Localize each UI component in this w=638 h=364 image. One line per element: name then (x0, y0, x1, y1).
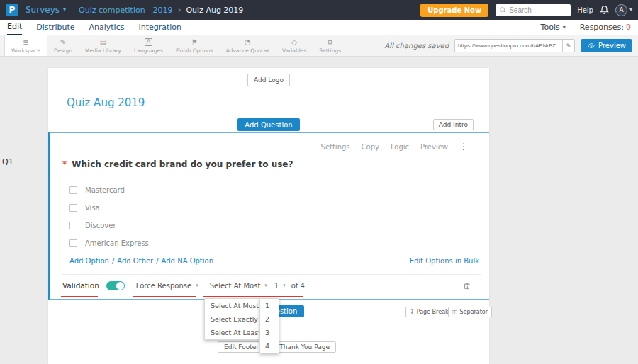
add-question-button-top[interactable]: Add Question (237, 118, 299, 131)
responses-label: Responses: (580, 23, 624, 32)
answer-options: Mastercard Visa Discover American Expres… (62, 186, 481, 248)
page-break-icon: ↧ (410, 309, 415, 315)
questionpro-logo[interactable]: P (6, 4, 18, 16)
logo-row: Add Logo (48, 68, 489, 86)
force-response-dropdown[interactable]: Force Response ▾ (136, 281, 198, 290)
toolbar-item-media-library[interactable]: ▤ Media Library (79, 35, 128, 56)
checkbox[interactable] (69, 204, 77, 212)
selection-rule-value: Select At Most (210, 281, 261, 290)
question-settings-link[interactable]: Settings (321, 142, 350, 152)
toolbar-item-label: Languages (134, 47, 163, 54)
toolbar-item-advance-quotas[interactable]: ◔ Advance Quotas (220, 35, 276, 56)
edit-options-in-bulk-link[interactable]: Edit Options in Bulk (410, 256, 479, 266)
design-icon: ✎ (60, 38, 66, 46)
rule-menu-item[interactable]: Select Exactly (205, 312, 260, 326)
rule-menu-item[interactable]: Select At Least (205, 326, 260, 339)
account-menu[interactable]: A ▾ (615, 4, 632, 16)
checkbox[interactable] (69, 239, 77, 247)
help-link[interactable]: Help (577, 6, 593, 14)
selection-count-dropdown[interactable]: 1 ▾ (274, 281, 286, 290)
validation-row: Validation Force Response ▾ Select At Mo… (62, 274, 481, 292)
survey-title[interactable]: Quiz Aug 2019 (67, 96, 489, 110)
force-response-value: Force Response (136, 281, 191, 290)
responses-count[interactable]: Responses:0 (580, 23, 631, 32)
tab-analytics[interactable]: Analytics (89, 20, 125, 35)
add-logo-button[interactable]: Add Logo (247, 74, 290, 86)
rule-menu-item[interactable]: Select At Most (205, 299, 260, 312)
toolbar-item-variables[interactable]: ◇ Variables (276, 35, 313, 56)
topbar: P Surveys ▾ Quiz competition - 2019 › Qu… (0, 0, 638, 20)
toolbar-item-label: Settings (319, 47, 341, 54)
question-preview-link[interactable]: Preview (420, 142, 448, 152)
search-box[interactable] (496, 4, 571, 16)
pencil-icon: ✎ (566, 42, 571, 50)
preview-label: Preview (598, 42, 626, 50)
question-text-underline (62, 174, 481, 174)
selection-rule-menu: Select At Most Select Exactly Select At … (204, 298, 261, 340)
delete-question-icon[interactable] (463, 282, 471, 290)
required-asterisk: * (62, 159, 67, 170)
add-other-link[interactable]: Add Other (117, 256, 153, 266)
question-logic-link[interactable]: Logic (391, 142, 409, 152)
add-option-link[interactable]: Add Option (69, 256, 109, 266)
separator-button[interactable]: ◫ Separator (448, 307, 492, 317)
finish-options-icon: ⚑ (191, 38, 198, 46)
questionpro-app: P Surveys ▾ Quiz competition - 2019 › Qu… (0, 0, 638, 364)
toolbar-right: All changes saved ✎ Preview (385, 35, 634, 56)
survey-url-input[interactable] (455, 42, 562, 49)
slash-separator: / (112, 256, 114, 266)
count-menu-item[interactable]: 3 (260, 326, 279, 339)
autosave-status: All changes saved (385, 42, 449, 50)
upgrade-now-button[interactable]: Upgrade Now (420, 4, 488, 17)
answer-option-row: Mastercard (69, 186, 481, 195)
toolbar-item-label: Variables (282, 47, 306, 54)
toolbar-item-design[interactable]: ✎ Design (47, 35, 79, 56)
option-label[interactable]: Visa (85, 203, 100, 212)
toolbar-item-label: Media Library (85, 47, 121, 54)
checkbox[interactable] (69, 186, 77, 194)
question-text[interactable]: Which credit card brand do you prefer to… (72, 159, 293, 170)
option-label[interactable]: American Express (85, 239, 149, 248)
count-menu-item[interactable]: 2 (260, 312, 279, 326)
toolbar-item-settings[interactable]: ⚙ Settings (313, 35, 347, 56)
page-break-button[interactable]: ↧ Page Break (405, 307, 453, 317)
answer-option-row: Discover (69, 221, 481, 230)
edit-url-button[interactable]: ✎ (562, 40, 574, 52)
toolbar-item-languages[interactable]: A Languages (128, 35, 169, 56)
tab-edit[interactable]: Edit (7, 20, 22, 35)
toolbar-item-finish-options[interactable]: ⚑ Finish Options (169, 35, 220, 56)
search-input[interactable] (509, 6, 566, 14)
question-copy-link[interactable]: Copy (362, 142, 379, 152)
option-label[interactable]: Mastercard (85, 186, 125, 195)
validation-toggle[interactable] (106, 281, 125, 290)
toolbar-item-label: Finish Options (176, 47, 213, 54)
toolbar-spacer (347, 35, 384, 56)
question-more-menu-icon[interactable]: ⋮ (459, 142, 468, 152)
tools-label: Tools (541, 23, 560, 32)
edit-footer-button[interactable]: Edit Footer (218, 341, 265, 353)
chevron-right-icon: › (178, 5, 181, 15)
tools-menu[interactable]: Tools ▾ (541, 23, 566, 32)
breadcrumb: Quiz competition - 2019 › Quiz Aug 2019 (79, 5, 243, 15)
option-label[interactable]: Discover (85, 221, 116, 230)
toolbar-item-workspace[interactable]: ≣ Workspace (4, 35, 47, 56)
survey-nav: Edit Distribute Analytics Integration To… (0, 20, 638, 35)
workspace-toolbar: ≣ Workspace ✎ Design ▤ Media Library A L… (0, 35, 638, 57)
validation-label: Validation (62, 281, 99, 290)
surveys-menu[interactable]: Surveys ▾ (26, 5, 66, 15)
selection-rule-dropdown[interactable]: Select At Most ▾ (210, 281, 267, 290)
add-intro-button[interactable]: Add Intro (433, 119, 474, 130)
of-total-label: of 4 (291, 281, 305, 290)
breadcrumb-folder[interactable]: Quiz competition - 2019 (79, 6, 173, 15)
count-menu-item[interactable]: 1 (260, 299, 279, 312)
breadcrumb-current-survey: Quiz Aug 2019 (186, 6, 243, 15)
answer-option-row: American Express (69, 239, 481, 248)
tab-integration[interactable]: Integration (138, 20, 181, 35)
add-na-option-link[interactable]: Add NA Option (162, 256, 213, 266)
notifications-bell-icon[interactable] (600, 5, 609, 15)
tab-distribute[interactable]: Distribute (36, 20, 74, 35)
count-menu-item[interactable]: 4 (260, 339, 279, 353)
checkbox[interactable] (69, 222, 77, 229)
preview-button[interactable]: Preview (581, 39, 632, 52)
question-block[interactable]: Settings Copy Logic Preview ⋮ * Which cr… (48, 132, 489, 300)
